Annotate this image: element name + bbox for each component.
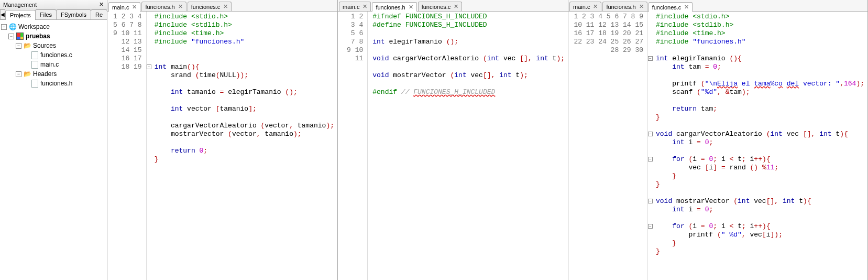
line-gutter: 1 2 3 4 5 6 7 8 9 10 11 [338, 12, 368, 280]
tab-projects[interactable]: Projects [5, 10, 36, 20]
editor-tabbar: main.c✕funciones.h✕funciones.c✕ [107, 0, 337, 12]
editor-tab[interactable]: main.c✕ [339, 2, 371, 11]
tab-resources[interactable]: Re [91, 9, 107, 19]
editor-pane-3: main.c✕funciones.h✕funciones.c✕1 2 3 4 5… [568, 0, 868, 280]
fold-toggle-icon[interactable]: − [648, 157, 653, 161]
code-content[interactable]: #include <stdio.h> #include <stdlib.h> #… [151, 12, 337, 280]
close-icon[interactable]: ✕ [223, 3, 228, 10]
file-icon [30, 51, 39, 59]
code-editor[interactable]: 1 2 3 4 5 6 7 8 9 10 11 12 13 14 15 16 1… [107, 12, 337, 280]
editor-pane-2: main.c✕funciones.h✕funciones.c✕1 2 3 4 5… [338, 0, 568, 280]
close-icon[interactable]: ✕ [684, 4, 689, 10]
folder-icon: 📂 [23, 70, 31, 78]
close-icon[interactable]: ✕ [132, 4, 137, 10]
editor-tab[interactable]: main.c✕ [569, 2, 601, 11]
file-icon [30, 60, 39, 69]
tree-file[interactable]: funciones.c [1, 50, 106, 60]
tab-label: main.c [112, 4, 129, 10]
editor-tabbar: main.c✕funciones.h✕funciones.c✕ [568, 0, 867, 12]
close-icon[interactable]: ✕ [409, 4, 413, 10]
tab-label: funciones.c [191, 4, 221, 10]
collapse-icon[interactable]: − [8, 34, 14, 39]
fold-toggle-icon[interactable]: − [648, 132, 653, 136]
management-titlebar: Management ✕ [0, 0, 107, 9]
folder-icon: 📂 [23, 41, 31, 50]
fold-column: − [147, 12, 151, 280]
editor-tab[interactable]: main.c✕ [108, 2, 140, 12]
tab-label: funciones.c [422, 4, 451, 10]
collapse-icon[interactable]: − [1, 24, 7, 30]
fold-toggle-icon[interactable]: − [147, 64, 151, 69]
editor-tab[interactable]: funciones.c✕ [188, 2, 232, 11]
tab-label: funciones.h [376, 4, 405, 10]
management-title: Management [3, 2, 37, 8]
close-icon[interactable]: ✕ [454, 3, 458, 10]
tree-label: Headers [33, 70, 57, 78]
tree-label: funciones.h [40, 80, 72, 87]
tree-folder-headers[interactable]: − 📂 Headers [1, 69, 106, 79]
tab-label: main.c [343, 4, 359, 10]
editor-tabbar: main.c✕funciones.h✕funciones.c✕ [338, 0, 568, 12]
tree-label: pruebas [26, 33, 50, 40]
editor-tab[interactable]: funciones.h✕ [602, 2, 647, 11]
file-icon [30, 79, 39, 88]
code-content[interactable]: #include <stdio.h> #include <stdlib.h> #… [653, 12, 867, 280]
line-gutter: 1 2 3 4 5 6 7 8 9 10 11 12 13 14 15 16 1… [568, 12, 648, 280]
management-tabs: ◀ Projects Files FSymbols Re [0, 9, 107, 20]
fold-toggle-icon[interactable]: − [648, 224, 653, 229]
code-editor[interactable]: 1 2 3 4 5 6 7 8 9 10 11 #ifndef FUNCIONE… [338, 12, 568, 280]
close-icon[interactable]: ✕ [362, 3, 367, 10]
tree-label: main.c [40, 61, 59, 68]
tab-files[interactable]: Files [35, 9, 57, 19]
fold-toggle-icon[interactable]: − [648, 56, 653, 61]
tree-file[interactable]: funciones.h [1, 79, 106, 88]
tab-label: funciones.c [652, 4, 682, 10]
tab-scroll-left-icon[interactable]: ◀ [0, 9, 5, 19]
editor-tab[interactable]: funciones.c✕ [649, 2, 693, 12]
fold-column: −−−−− [648, 12, 653, 280]
tree-workspace[interactable]: − 🌐 Workspace [1, 22, 106, 31]
tab-label: funciones.h [145, 4, 174, 10]
close-icon[interactable]: ✕ [99, 1, 104, 8]
tab-label: main.c [573, 4, 590, 10]
project-tree[interactable]: − 🌐 Workspace − pruebas − 📂 Sources func… [0, 20, 107, 280]
editor-tab[interactable]: funciones.c✕ [418, 2, 463, 11]
globe-icon: 🌐 [8, 23, 17, 31]
fold-toggle-icon[interactable]: − [648, 199, 653, 203]
management-panel: Management ✕ ◀ Projects Files FSymbols R… [0, 0, 107, 280]
close-icon[interactable]: ✕ [639, 3, 644, 10]
editor-pane-1: main.c✕funciones.h✕funciones.c✕1 2 3 4 5… [107, 0, 338, 280]
tab-fsymbols[interactable]: FSymbols [56, 9, 91, 19]
tab-label: funciones.h [606, 4, 635, 10]
close-icon[interactable]: ✕ [593, 3, 598, 10]
collapse-icon[interactable]: − [16, 71, 21, 77]
tree-label: Sources [33, 42, 56, 49]
tree-label: Workspace [18, 23, 50, 30]
tree-label: funciones.c [40, 51, 72, 59]
editor-tab[interactable]: funciones.h✕ [372, 2, 416, 12]
tree-file[interactable]: main.c [1, 60, 106, 69]
editor-tab[interactable]: funciones.h✕ [141, 2, 186, 11]
tree-folder-sources[interactable]: − 📂 Sources [1, 41, 106, 50]
project-icon [16, 32, 24, 40]
collapse-icon[interactable]: − [16, 43, 21, 49]
line-gutter: 1 2 3 4 5 6 7 8 9 10 11 12 13 14 15 16 1… [107, 12, 147, 280]
tree-project[interactable]: − pruebas [1, 31, 106, 41]
close-icon[interactable]: ✕ [178, 3, 183, 10]
code-content[interactable]: #ifndef FUNCIONES_H_INCLUDED #define FUN… [369, 12, 568, 280]
code-editor[interactable]: 1 2 3 4 5 6 7 8 9 10 11 12 13 14 15 16 1… [568, 12, 867, 280]
